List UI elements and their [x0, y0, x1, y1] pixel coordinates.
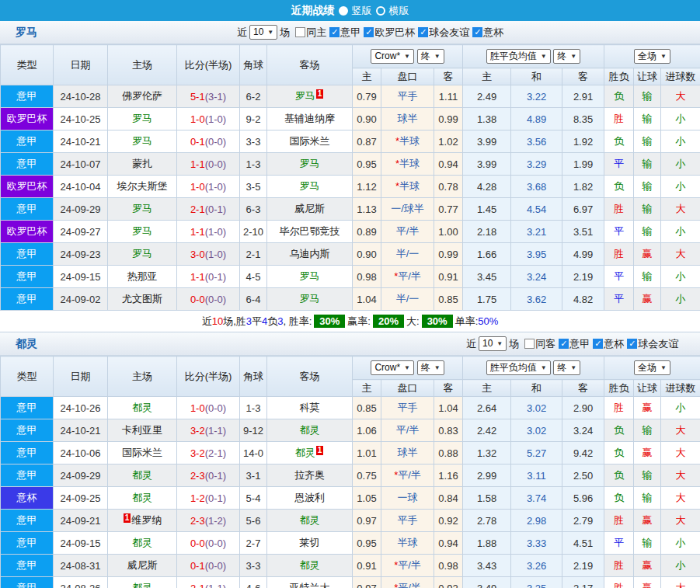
filter-checkbox[interactable]: ✓ [329, 27, 340, 37]
team-name[interactable]: 莱切 [300, 537, 320, 548]
team-name[interactable]: 都灵 [132, 492, 152, 503]
team-name[interactable]: 罗马 [300, 270, 320, 282]
home-team-cell[interactable]: 都灵 [108, 532, 177, 555]
home-team-cell[interactable]: 威尼斯 [108, 555, 177, 577]
team-name[interactable]: 亚特兰大 [290, 582, 330, 588]
away-team-cell[interactable]: 都灵 [267, 419, 353, 442]
home-team-cell[interactable]: 都灵 [108, 464, 177, 487]
home-team-cell[interactable]: 热那亚 [108, 266, 177, 288]
score-cell[interactable]: 3-2(1-1) [177, 419, 240, 442]
team-name[interactable]: 都灵 [132, 469, 152, 481]
score-cell[interactable]: 1-1(0-0) [177, 153, 240, 176]
home-team-cell[interactable]: 国际米兰 [108, 442, 177, 464]
match-count-select[interactable]: 10▼ [249, 25, 277, 40]
team-name[interactable]: 都灵 [132, 537, 152, 548]
filter-checkbox[interactable]: ✓ [364, 27, 374, 37]
score-cell[interactable]: 0-1(0-0) [177, 555, 240, 577]
team-name[interactable]: 威尼斯 [294, 203, 325, 214]
team-name[interactable]: 蒙扎 [132, 158, 152, 169]
home-team-cell[interactable]: 蒙扎 [108, 153, 177, 176]
score-cell[interactable]: 5-1(3-1) [177, 85, 240, 108]
away-team-cell[interactable]: 罗马 [267, 288, 353, 311]
away-team-cell[interactable]: 基辅迪纳摩 [267, 108, 353, 130]
team-name[interactable]: 都灵 [300, 424, 320, 436]
team-name[interactable]: 科莫 [300, 402, 320, 413]
team-name[interactable]: 都灵 [300, 514, 320, 526]
team-name[interactable]: 毕尔巴鄂竞技 [280, 225, 340, 237]
score-cell[interactable]: 3-2(2-1) [177, 442, 240, 464]
home-team-cell[interactable]: 罗马 [108, 108, 177, 130]
home-team-cell[interactable]: 佛罗伦萨 [108, 85, 177, 108]
team-name[interactable]: 维罗纳 [131, 514, 162, 526]
team-name[interactable]: 佛罗伦萨 [122, 90, 162, 102]
filter-checkbox[interactable]: ✓ [627, 339, 637, 349]
score-cell[interactable]: 2-1(1-1) [177, 577, 240, 588]
team-name[interactable]: 罗马 [300, 158, 320, 169]
team-name[interactable]: 尤文图斯 [122, 293, 162, 304]
scope-select[interactable]: 全场▼ [634, 49, 670, 64]
scope-select[interactable]: 全场▼ [634, 360, 670, 375]
home-team-cell[interactable]: 都灵 [108, 487, 177, 510]
team-name[interactable]: 罗马 [295, 90, 315, 102]
team-name[interactable]: 国际米兰 [290, 135, 330, 147]
score-cell[interactable]: 1-0(0-0) [177, 397, 240, 419]
home-team-cell[interactable]: 都灵 [108, 397, 177, 419]
filter-checkbox[interactable]: ✓ [593, 339, 603, 349]
score-cell[interactable]: 1-0(1-0) [177, 176, 240, 198]
score-cell[interactable]: 2-1(0-1) [177, 198, 240, 221]
home-team-cell[interactable]: 1维罗纳 [108, 510, 177, 532]
team-name[interactable]: 威尼斯 [127, 559, 158, 571]
team-name[interactable]: 卡利亚里 [122, 424, 162, 436]
team-name[interactable]: 都灵 [132, 582, 152, 588]
team-name[interactable]: 罗马 [132, 225, 152, 237]
home-team-cell[interactable]: 尤文图斯 [108, 288, 177, 311]
filter-checkbox[interactable]: ✓ [418, 27, 428, 37]
home-team-cell[interactable]: 罗马 [108, 198, 177, 221]
filter-checkbox[interactable] [524, 339, 535, 349]
home-team-cell[interactable]: 卡利亚里 [108, 419, 177, 442]
team-name[interactable]: 罗马 [300, 293, 320, 304]
away-team-cell[interactable]: 威尼斯 [267, 198, 353, 221]
away-team-cell[interactable]: 乌迪内斯 [267, 243, 353, 266]
filter-checkbox[interactable]: ✓ [559, 339, 569, 349]
away-team-cell[interactable]: 罗马 [267, 176, 353, 198]
team-name[interactable]: 罗马 [132, 135, 152, 147]
away-team-cell[interactable]: 恩波利 [267, 487, 353, 510]
team-name[interactable]: 罗马 [132, 113, 152, 124]
avg-final-select[interactable]: 终▼ [553, 360, 580, 375]
home-team-cell[interactable]: 罗马 [108, 221, 177, 243]
filter-checkbox[interactable]: ✓ [472, 27, 482, 37]
score-cell[interactable]: 0-0(0-0) [177, 532, 240, 555]
team-name[interactable]: 罗马 [300, 180, 320, 192]
away-team-cell[interactable]: 拉齐奥 [267, 464, 353, 487]
avg-odds-select[interactable]: 胜平负均值▼ [486, 360, 551, 375]
team-name[interactable]: 罗马 [132, 203, 152, 214]
team-name[interactable]: 罗马 [132, 248, 152, 259]
home-team-cell[interactable]: 埃尔夫斯堡 [108, 176, 177, 198]
away-team-cell[interactable]: 科莫 [267, 397, 353, 419]
score-cell[interactable]: 1-1(0-1) [177, 266, 240, 288]
score-cell[interactable]: 3-0(1-0) [177, 243, 240, 266]
odds-company-select[interactable]: Crow*▼ [371, 360, 414, 375]
away-team-cell[interactable]: 都灵 [267, 510, 353, 532]
away-team-cell[interactable]: 罗马1 [267, 85, 353, 108]
team-name[interactable]: 都灵 [300, 559, 320, 571]
layout-radio-horizontal[interactable] [376, 6, 385, 16]
avg-final-select[interactable]: 终▼ [553, 49, 580, 64]
match-count-select[interactable]: 10▼ [479, 336, 507, 351]
team-name[interactable]: 埃尔夫斯堡 [117, 180, 168, 192]
odds-final-select[interactable]: 终▼ [417, 49, 444, 64]
team-name[interactable]: 热那亚 [127, 270, 158, 282]
team-name[interactable]: 都灵 [132, 402, 152, 413]
away-team-cell[interactable]: 都灵 [267, 555, 353, 577]
away-team-cell[interactable]: 罗马 [267, 153, 353, 176]
odds-final-select[interactable]: 终▼ [417, 360, 444, 375]
home-team-cell[interactable]: 都灵 [108, 577, 177, 588]
layout-radio-horizontal-label[interactable]: 横版 [389, 4, 409, 18]
score-cell[interactable]: 1-0(1-0) [177, 108, 240, 130]
odds-company-select[interactable]: Crow*▼ [371, 49, 414, 64]
away-team-cell[interactable]: 罗马 [267, 266, 353, 288]
away-team-cell[interactable]: 国际米兰 [267, 130, 353, 153]
score-cell[interactable]: 0-0(0-0) [177, 288, 240, 311]
team-name[interactable]: 乌迪内斯 [290, 248, 330, 259]
